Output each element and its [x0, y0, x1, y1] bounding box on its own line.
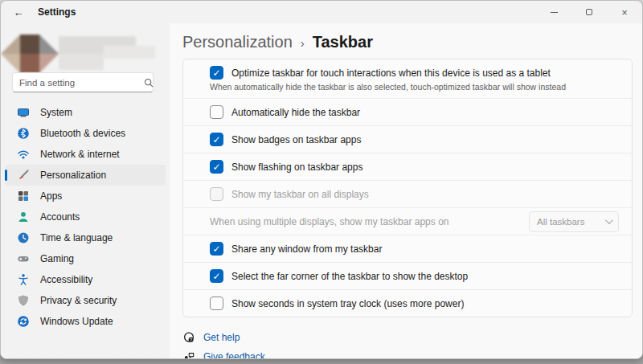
setting-row-multiple-displays-apps: When using multiple displays, show my ta… [183, 207, 632, 235]
minimize-icon [551, 12, 558, 13]
accessibility-icon [17, 273, 30, 286]
setting-row-auto-hide: ✓ Automatically hide the taskbar [183, 98, 632, 125]
checkbox[interactable]: ✓ [210, 242, 223, 256]
taskbar-apps-dropdown[interactable]: All taskbars [529, 211, 619, 232]
back-arrow-icon: ← [14, 6, 24, 18]
setting-row-far-corner-desktop: ✓ Select the far corner of the taskbar t… [183, 262, 632, 289]
chevron-down-icon [605, 216, 613, 224]
give-feedback-link[interactable]: Give feedback [182, 347, 265, 359]
close-button[interactable]: × [607, 1, 642, 23]
wifi-icon [17, 148, 30, 161]
update-icon [17, 315, 30, 328]
checkbox[interactable]: ✓ [210, 105, 223, 119]
search-icon [143, 77, 154, 88]
minimize-button[interactable] [536, 1, 571, 23]
page-title: Taskbar [313, 33, 373, 51]
personalization-icon [17, 169, 30, 182]
checkbox[interactable]: ✓ [210, 297, 223, 310]
setting-label: Show flashing on taskbar apps [231, 162, 362, 173]
sidebar-item-apps[interactable]: Apps [5, 186, 166, 207]
close-icon: × [621, 7, 628, 18]
sidebar-item-label: Gaming [40, 253, 74, 264]
search-input[interactable] [19, 78, 143, 88]
sidebar-item-windows-update[interactable]: Windows Update [5, 311, 166, 332]
sidebar-item-gaming[interactable]: Gaming [5, 248, 166, 269]
clock-icon [17, 231, 30, 244]
maximize-button[interactable] [571, 1, 607, 23]
taskbar-behaviors-card: ✓ Optimize taskbar for touch interaction… [182, 59, 633, 317]
setting-label: Show badges on taskbar apps [231, 134, 361, 145]
setting-description: When automatically hide the taskbar is a… [210, 82, 566, 92]
chevron-right-icon: › [301, 36, 305, 50]
main-pane: Personalization › Taskbar ✓ Optimize tas… [170, 23, 642, 358]
setting-label: When using multiple displays, show my ta… [210, 216, 448, 227]
gamepad-icon [17, 252, 30, 265]
sidebar-item-label: Time & language [40, 232, 113, 243]
account-avatar[interactable] [7, 28, 149, 73]
breadcrumb: Personalization › Taskbar [182, 33, 642, 51]
apps-icon [17, 190, 30, 202]
give-feedback-icon [182, 350, 195, 359]
search-box[interactable] [12, 72, 154, 92]
setting-row-share-window: ✓ Share any window from my taskbar [183, 235, 632, 262]
setting-label: Optimize taskbar for touch interactions … [231, 67, 551, 79]
sidebar: System Bluetooth & devices Network & int… [1, 23, 170, 358]
titlebar: ← Settings × [1, 1, 642, 23]
sidebar-item-label: Personalization [40, 170, 106, 181]
sidebar-item-system[interactable]: System [5, 102, 166, 123]
app-title: Settings [38, 6, 76, 18]
setting-row-show-flashing: ✓ Show flashing on taskbar apps [183, 153, 632, 180]
setting-label: Select the far corner of the taskbar to … [231, 271, 468, 282]
checkbox[interactable]: ✓ [210, 269, 223, 283]
maximize-icon [586, 9, 592, 15]
sidebar-item-label: Bluetooth & devices [40, 128, 125, 139]
sidebar-item-network-internet[interactable]: Network & internet [5, 144, 166, 165]
sidebar-item-accessibility[interactable]: Accessibility [5, 269, 166, 290]
help-footer: ? Get help Give feedback [182, 328, 642, 359]
sidebar-item-privacy-security[interactable]: Privacy & security [5, 290, 166, 311]
bluetooth-icon [17, 127, 30, 140]
sidebar-item-bluetooth-devices[interactable]: Bluetooth & devices [5, 123, 166, 144]
shield-icon [17, 294, 30, 307]
system-icon [17, 106, 30, 119]
sidebar-item-personalization[interactable]: Personalization [5, 165, 166, 186]
setting-label: Share any window from my taskbar [231, 243, 382, 255]
sidebar-item-accounts[interactable]: Accounts [5, 207, 166, 227]
setting-label: Automatically hide the taskbar [231, 107, 360, 118]
sidebar-item-label: Privacy & security [40, 295, 117, 306]
sidebar-item-label: Accessibility [40, 274, 92, 285]
get-help-label: Get help [203, 332, 240, 343]
checkbox[interactable]: ✓ [210, 187, 223, 201]
window-controls: × [536, 1, 642, 23]
setting-row-seconds-clock: ✓ Show seconds in system tray clock (use… [183, 289, 632, 317]
checkbox[interactable]: ✓ [210, 66, 223, 80]
sidebar-item-label: System [40, 107, 72, 118]
sidebar-item-label: Accounts [40, 211, 80, 223]
sidebar-nav: System Bluetooth & devices Network & int… [1, 102, 170, 332]
sidebar-item-label: Apps [40, 190, 62, 202]
breadcrumb-parent[interactable]: Personalization [182, 33, 293, 51]
setting-label: Show my taskbar on all displays [231, 189, 369, 200]
setting-row-taskbar-all-displays: ✓ Show my taskbar on all displays [183, 180, 632, 207]
settings-window: ← Settings × System [0, 0, 643, 359]
svg-text:?: ? [190, 337, 192, 342]
give-feedback-label: Give feedback [203, 351, 265, 359]
sidebar-item-time-language[interactable]: Time & language [5, 227, 166, 248]
back-button[interactable]: ← [6, 3, 31, 21]
sidebar-item-label: Windows Update [40, 316, 113, 327]
accounts-icon [17, 211, 30, 223]
get-help-icon: ? [182, 331, 195, 344]
checkbox[interactable]: ✓ [210, 133, 223, 146]
checkbox[interactable]: ✓ [210, 160, 223, 174]
dropdown-value: All taskbars [537, 217, 584, 227]
setting-row-optimize-touch: ✓ Optimize taskbar for touch interaction… [183, 59, 632, 98]
setting-row-show-badges: ✓ Show badges on taskbar apps [183, 125, 632, 153]
sidebar-item-label: Network & internet [40, 149, 120, 160]
setting-label: Show seconds in system tray clock (uses … [231, 298, 464, 309]
get-help-link[interactable]: ? Get help [182, 328, 240, 347]
